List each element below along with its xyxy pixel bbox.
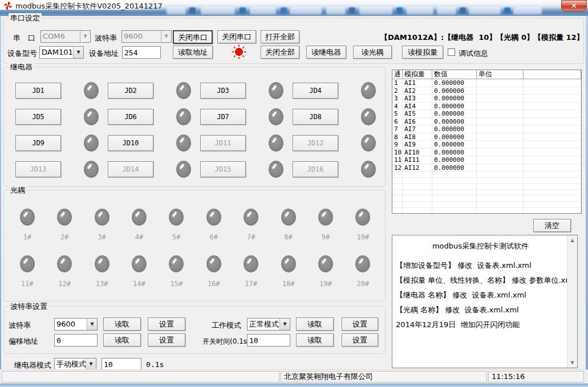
analog-table[interactable]: 通模拟量数值单位 1AI10.0000002AI20.0000003AI30.0… — [392, 70, 582, 214]
table-cell — [432, 195, 477, 202]
opto-channel: 19# — [307, 255, 344, 288]
baud-rate-combo[interactable]: 9600 ▼ — [121, 30, 172, 43]
offset-set-button[interactable]: 设置 — [148, 333, 185, 347]
relay-button-jd8[interactable]: JD8 — [293, 109, 338, 125]
opto-group-title: 光耦 — [9, 185, 27, 195]
relay-button-jd16[interactable]: JD16 — [293, 161, 338, 177]
opto-channel-label: 15# — [170, 280, 183, 288]
table-row: 11AI110.000000 — [392, 156, 581, 164]
relay-cell: JD3 — [197, 82, 289, 99]
opto-led-indicator — [132, 209, 147, 226]
table-cell — [392, 178, 403, 184]
table-cell — [477, 184, 524, 190]
changelog-line: 【模拟量 单位、线性转换、名称】 修改 参数单位.xml — [396, 273, 565, 288]
background-blur-shape — [406, 7, 433, 14]
table-row: 9AI90.000000 — [392, 141, 581, 149]
table-cell — [477, 141, 524, 149]
opto-channel-label: 20# — [357, 280, 370, 288]
table-row-empty — [392, 195, 581, 202]
table-cell: 11 — [392, 156, 403, 164]
analog-col-header[interactable]: 模拟量 — [403, 70, 432, 79]
scroll-up-icon[interactable]: ▲ — [567, 235, 577, 245]
relay-button-jd1[interactable]: JD1 — [15, 83, 61, 99]
scrollbar-vertical[interactable]: ▲ ▼ — [567, 235, 577, 368]
analog-col-header[interactable]: 数值 — [432, 70, 477, 79]
switch-time-set-button[interactable]: 设置 — [342, 333, 378, 347]
baud-set-combo[interactable]: 9600 ▼ — [54, 318, 98, 331]
table-cell: 0.000000 — [432, 103, 477, 111]
status-bar: 北京聚英翱翔电子有限公司 11:15:16 — [0, 369, 588, 384]
relay-button-jd14[interactable]: JD14 — [108, 161, 153, 177]
table-cell — [477, 125, 524, 133]
opto-group: 光耦 1#2#3#4#5#6#7#8#9#10# 11#12#13#14#15#… — [3, 190, 386, 302]
read-opto-button[interactable]: 读光耦 — [353, 46, 392, 59]
serial-port-value: COM6 — [41, 31, 80, 42]
offset-read-button[interactable]: 读取 — [103, 333, 141, 347]
table-cell: AI1 — [403, 79, 432, 87]
switch-time-read-button[interactable]: 读取 — [296, 333, 334, 347]
open-all-button[interactable]: 打开全部 — [261, 30, 299, 43]
opto-led-indicator — [244, 255, 258, 272]
table-cell — [403, 202, 432, 208]
table-cell — [524, 184, 581, 190]
serial-port-label: 串 口 — [13, 33, 35, 43]
relay-button-jd2[interactable]: JD2 — [108, 83, 153, 99]
relay-button-jd11[interactable]: JD11 — [200, 135, 246, 151]
opto-led-indicator — [169, 209, 184, 226]
close-serial-button[interactable]: 关闭串口 — [173, 30, 213, 44]
table-row: 5AI50.000000 — [392, 110, 581, 118]
changelog-textbox[interactable]: modbus采集控制卡测试软件【增加设备型号】 修改 设备表.xml.xml【模… — [392, 235, 578, 368]
opto-channel-label: 5# — [172, 233, 180, 241]
work-mode-read-button[interactable]: 读取 — [296, 317, 334, 331]
relay-led-indicator — [176, 161, 191, 178]
read-relay-button[interactable]: 读继电器 — [306, 46, 346, 59]
table-cell — [524, 95, 581, 103]
table-cell: 4 — [392, 103, 403, 111]
changelog-title: modbus采集控制卡测试软件 — [396, 239, 565, 254]
close-button[interactable]: × — [561, 0, 587, 11]
opto-channel-label: 11# — [21, 280, 34, 288]
table-cell: 0.000000 — [432, 95, 477, 103]
analog-col-header[interactable] — [524, 70, 581, 79]
debug-info-checkbox[interactable] — [448, 48, 455, 56]
relay-button-jd7[interactable]: JD7 — [200, 109, 246, 125]
clear-button[interactable]: 清空 — [533, 219, 571, 232]
relay-group-title: 继电器 — [9, 62, 34, 72]
offset-address-input[interactable] — [54, 334, 98, 347]
relay-mode-combo[interactable]: 手动模式 ▼ — [54, 358, 96, 370]
relay-button-jd6[interactable]: JD6 — [108, 109, 153, 125]
close-serial-button-2[interactable]: 关闭串口 — [217, 30, 256, 43]
device-model-combo[interactable]: DAM1012A ▼ — [39, 46, 84, 59]
work-mode-combo[interactable]: 正常模式 ▼ — [247, 318, 290, 331]
relay-button-jd12[interactable]: JD12 — [293, 135, 338, 151]
changelog-line: 【继电器 名称】 修改 设备表.xml.xml — [396, 288, 565, 303]
relay-mode-time-input[interactable] — [102, 358, 141, 370]
relay-led-indicator — [176, 135, 191, 152]
relay-button-jd9[interactable]: JD9 — [15, 135, 61, 151]
read-analog-button[interactable]: 读模拟量 — [402, 46, 443, 59]
relay-led-indicator — [84, 161, 99, 178]
relay-button-jd3[interactable]: JD3 — [200, 83, 246, 99]
table-cell: AI4 — [403, 103, 432, 111]
relay-button-jd4[interactable]: JD4 — [293, 83, 338, 99]
analog-col-header[interactable]: 单位 — [477, 70, 524, 79]
baud-set-button[interactable]: 设置 — [148, 317, 185, 331]
baud-read-button[interactable]: 读取 — [103, 317, 141, 331]
switch-time-input[interactable] — [247, 334, 290, 347]
analog-col-header[interactable]: 通 — [392, 70, 403, 79]
relay-button-jd15[interactable]: JD15 — [200, 161, 246, 177]
serial-port-combo[interactable]: COM6 ▼ — [40, 30, 91, 43]
relay-button-jd5[interactable]: JD5 — [15, 109, 61, 125]
relay-led-indicator — [84, 82, 99, 99]
relay-button-jd10[interactable]: JD10 — [108, 135, 153, 151]
relay-button-jd13[interactable]: JD13 — [15, 161, 61, 177]
device-address-input[interactable] — [122, 46, 161, 59]
close-all-button[interactable]: 关闭全部 — [261, 46, 299, 59]
scroll-down-icon[interactable]: ▼ — [567, 358, 577, 368]
relay-cell: JD7 — [197, 108, 289, 125]
read-address-button[interactable]: 读取地址 — [173, 46, 213, 59]
table-cell: 5 — [392, 110, 403, 118]
window-title: modbus采集控制卡软件V0205_20141217 — [15, 1, 163, 11]
table-cell — [403, 195, 432, 202]
work-mode-set-button[interactable]: 设置 — [342, 317, 378, 331]
